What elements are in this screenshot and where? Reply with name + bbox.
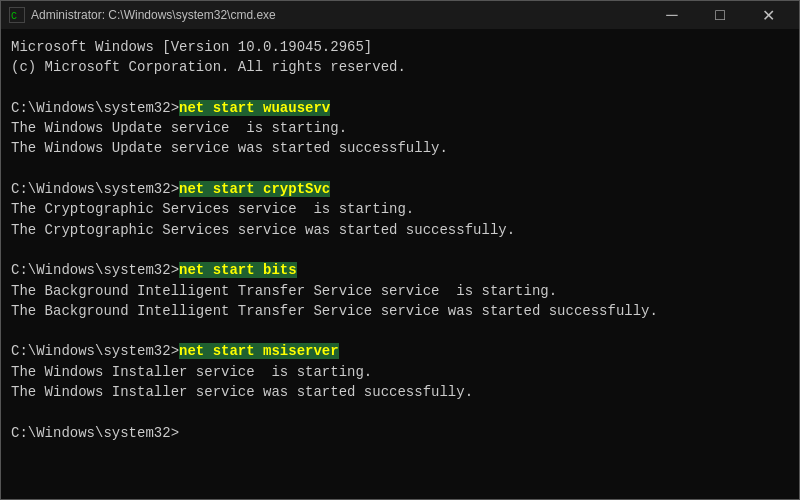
maximize-button[interactable]: □ bbox=[697, 1, 743, 29]
cmd-window: C Administrator: C:\Windows\system32\cmd… bbox=[0, 0, 800, 500]
cmd-1-out-1: The Windows Update service is starting. bbox=[11, 118, 789, 138]
prompt-3: C:\Windows\system32> bbox=[11, 262, 179, 278]
title-bar-controls: ─ □ ✕ bbox=[649, 1, 791, 29]
cmd-1-out-2: The Windows Update service was started s… bbox=[11, 138, 789, 158]
cmd-3-highlight: net start bits bbox=[179, 262, 297, 278]
header-line-1: Microsoft Windows [Version 10.0.19045.29… bbox=[11, 37, 789, 57]
cmd-4-out-2: The Windows Installer service was starte… bbox=[11, 382, 789, 402]
header-line-2: (c) Microsoft Corporation. All rights re… bbox=[11, 57, 789, 77]
svg-text:C: C bbox=[11, 11, 17, 22]
spacer-1 bbox=[11, 78, 789, 98]
spacer-4 bbox=[11, 321, 789, 341]
title-bar: C Administrator: C:\Windows\system32\cmd… bbox=[1, 1, 799, 29]
close-button[interactable]: ✕ bbox=[745, 1, 791, 29]
spacer-3 bbox=[11, 240, 789, 260]
spacer-5 bbox=[11, 402, 789, 422]
cmd-block-2-prompt: C:\Windows\system32>net start cryptSvc bbox=[11, 179, 789, 199]
prompt-2: C:\Windows\system32> bbox=[11, 181, 179, 197]
cmd-2-out-1: The Cryptographic Services service is st… bbox=[11, 199, 789, 219]
prompt-4: C:\Windows\system32> bbox=[11, 343, 179, 359]
window-title: Administrator: C:\Windows\system32\cmd.e… bbox=[31, 8, 276, 22]
cmd-3-out-1: The Background Intelligent Transfer Serv… bbox=[11, 281, 789, 301]
current-prompt: C:\Windows\system32> bbox=[11, 425, 179, 441]
cmd-icon: C bbox=[9, 7, 25, 23]
cmd-block-3-prompt: C:\Windows\system32>net start bits bbox=[11, 260, 789, 280]
cmd-1-highlight: net start wuauserv bbox=[179, 100, 330, 116]
cmd-block-4-prompt: C:\Windows\system32>net start msiserver bbox=[11, 341, 789, 361]
minimize-button[interactable]: ─ bbox=[649, 1, 695, 29]
cmd-block-1-prompt: C:\Windows\system32>net start wuauserv bbox=[11, 98, 789, 118]
cmd-3-out-2: The Background Intelligent Transfer Serv… bbox=[11, 301, 789, 321]
console-area[interactable]: Microsoft Windows [Version 10.0.19045.29… bbox=[1, 29, 799, 499]
cmd-4-out-1: The Windows Installer service is startin… bbox=[11, 362, 789, 382]
cmd-2-out-2: The Cryptographic Services service was s… bbox=[11, 220, 789, 240]
spacer-2 bbox=[11, 159, 789, 179]
cmd-2-highlight: net start cryptSvc bbox=[179, 181, 330, 197]
current-prompt-line: C:\Windows\system32> bbox=[11, 423, 789, 443]
prompt-1: C:\Windows\system32> bbox=[11, 100, 179, 116]
cmd-4-highlight: net start msiserver bbox=[179, 343, 339, 359]
title-bar-left: C Administrator: C:\Windows\system32\cmd… bbox=[9, 7, 276, 23]
